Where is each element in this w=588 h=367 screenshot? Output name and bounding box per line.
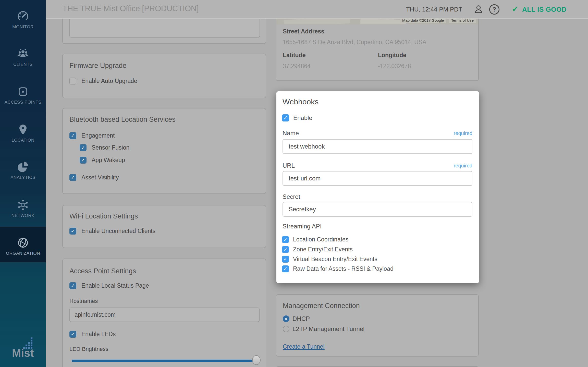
- webhooks-enable-checkbox[interactable]: ✓: [282, 114, 289, 121]
- auto-upgrade-checkbox[interactable]: ✓: [69, 78, 76, 84]
- longitude-value: -122.032678: [378, 63, 411, 70]
- checkbox-label: Engagement: [81, 132, 115, 139]
- latitude-value: 37.294864: [283, 63, 311, 70]
- l2tp-radio[interactable]: [283, 326, 289, 332]
- app-root: MONITOR CLIENTS ACCESS POINTS: [0, 0, 588, 367]
- sidebar: MONITOR CLIENTS ACCESS POINTS: [0, 0, 46, 367]
- hostnames-input[interactable]: [69, 308, 260, 322]
- checkbox-label: Zone Entry/Exit Events: [293, 246, 353, 253]
- unconnected-clients-checkbox[interactable]: ✓: [69, 228, 76, 235]
- hostnames-label: Hostnames: [69, 298, 98, 304]
- asset-visibility-checkbox[interactable]: ✓: [69, 174, 76, 181]
- sidebar-item-label: LOCATION: [0, 138, 46, 143]
- checkbox-label: Enable LEDs: [81, 331, 116, 338]
- location-coordinates-checkbox[interactable]: ✓: [282, 236, 289, 243]
- section-title: Firmware Upgrade: [69, 62, 127, 70]
- clock: THU, 12:44 PM PDT: [406, 6, 462, 13]
- section-title: Management Connection: [283, 302, 360, 310]
- status-badge[interactable]: ALL IS GOOD: [522, 6, 567, 14]
- webhooks-title: Webhooks: [283, 97, 318, 106]
- help-icon[interactable]: ?: [489, 4, 499, 15]
- management-connection-card: Management Connection DHCP L2TP Manageme…: [276, 294, 479, 357]
- checkbox-label: Asset Visibility: [81, 174, 119, 181]
- street-address-label: Street Address: [283, 28, 324, 35]
- webhooks-panel: Webhooks ✓ Enable Name required URL requ…: [276, 91, 479, 283]
- sidebar-item-location[interactable]: LOCATION: [0, 124, 46, 143]
- sidebar-item-monitor[interactable]: MONITOR: [0, 10, 46, 30]
- sidebar-item-network[interactable]: NETWORK: [0, 199, 46, 218]
- sensor-fusion-checkbox[interactable]: ✓: [80, 144, 87, 151]
- longitude-label: Longitude: [378, 52, 406, 59]
- status-check-icon: ✔: [512, 5, 518, 14]
- name-input[interactable]: [283, 139, 472, 154]
- app-wakeup-checkbox[interactable]: ✓: [80, 157, 87, 164]
- latitude-label: Latitude: [283, 52, 305, 59]
- network-icon: [17, 199, 29, 211]
- gauge-icon: [17, 10, 29, 22]
- access-point-icon: [17, 85, 29, 98]
- sidebar-item-label: CLIENTS: [0, 62, 46, 67]
- map-shape: [360, 18, 406, 24]
- sidebar-item-analytics[interactable]: ANALYTICS: [0, 161, 46, 180]
- name-required-badge: required: [454, 130, 472, 136]
- dhcp-radio[interactable]: [283, 315, 289, 322]
- street-address-value: 1655-1687 S De Anza Blvd, Cupertino, CA …: [283, 39, 426, 46]
- checkbox-label: Raw Data for Assets - RSSI & Payload: [293, 265, 394, 272]
- checkbox-label: Enable Local Status Page: [81, 282, 149, 289]
- user-icon[interactable]: [474, 4, 483, 14]
- radio-label: DHCP: [292, 315, 310, 322]
- url-label: URL: [283, 162, 295, 169]
- zone-events-checkbox[interactable]: ✓: [282, 246, 289, 253]
- location-card: Map data ©2017 Google Terms of Use Stree…: [276, 13, 479, 81]
- access-point-settings-card: Access Point Settings ✓ Enable Local Sta…: [62, 259, 266, 367]
- checkbox-label: Location Coordinates: [293, 236, 348, 243]
- create-tunnel-link[interactable]: Create a Tunnel: [283, 343, 325, 350]
- clients-icon: [17, 48, 29, 60]
- local-status-page-checkbox[interactable]: ✓: [69, 282, 76, 289]
- mist-logo-dots-icon: [23, 337, 33, 349]
- org-title: THE TRUE Mist Office [PRODUCTION]: [63, 4, 199, 13]
- streaming-api-label: Streaming API: [283, 223, 322, 230]
- enable-leds-checkbox[interactable]: ✓: [69, 331, 76, 338]
- sidebar-item-access-points[interactable]: ACCESS POINTS: [0, 85, 46, 105]
- url-input[interactable]: [283, 171, 472, 186]
- checkbox-label: Sensor Fusion: [92, 144, 129, 151]
- mist-logo: Mist: [0, 337, 46, 359]
- virtual-beacon-events-checkbox[interactable]: ✓: [282, 256, 289, 263]
- led-brightness-slider[interactable]: [72, 360, 260, 362]
- sidebar-item-clients[interactable]: CLIENTS: [0, 48, 46, 67]
- top-bar: THE TRUE Mist Office [PRODUCTION] THU, 1…: [46, 0, 588, 19]
- wifi-location-card: WiFi Location Settings ✓ Enable Unconnec…: [62, 205, 266, 248]
- sidebar-item-label: ACCESS POINTS: [0, 100, 46, 105]
- engagement-checkbox[interactable]: ✓: [69, 132, 76, 139]
- bluetooth-card: Bluetooth based Location Services ✓ Enga…: [62, 108, 266, 194]
- checkbox-label: App Wakeup: [92, 157, 125, 164]
- sidebar-item-label: ORGANIZATION: [0, 251, 46, 256]
- url-required-badge: required: [454, 163, 472, 169]
- sidebar-item-label: NETWORK: [0, 213, 46, 218]
- section-title: Access Point Settings: [69, 267, 136, 275]
- location-pin-icon: [17, 124, 29, 136]
- name-label: Name: [283, 130, 299, 137]
- section-title: Bluetooth based Location Services: [69, 116, 176, 124]
- analytics-pie-icon: [17, 161, 29, 173]
- sidebar-item-label: MONITOR: [0, 25, 46, 30]
- checkbox-label: Virtual Beacon Entry/Exit Events: [293, 256, 377, 263]
- radio-label: L2TP Management Tunnel: [292, 325, 364, 333]
- checkbox-label: Enable Unconnected Clients: [81, 228, 155, 235]
- globe-icon: [17, 237, 29, 249]
- firmware-card: Firmware Upgrade ✓ Enable Auto Upgrade: [62, 54, 266, 98]
- section-title: WiFi Location Settings: [69, 212, 138, 220]
- checkbox-label: Enable Auto Upgrade: [81, 78, 137, 84]
- sidebar-item-label: ANALYTICS: [0, 175, 46, 180]
- checkbox-label: Enable: [293, 114, 312, 121]
- raw-data-assets-checkbox[interactable]: ✓: [282, 265, 289, 272]
- sidebar-item-organization[interactable]: ORGANIZATION: [0, 237, 46, 256]
- secret-label: Secret: [283, 193, 300, 200]
- secret-input[interactable]: [283, 202, 472, 217]
- led-brightness-handle[interactable]: [252, 355, 261, 365]
- led-brightness-label: LED Brightness: [69, 346, 108, 352]
